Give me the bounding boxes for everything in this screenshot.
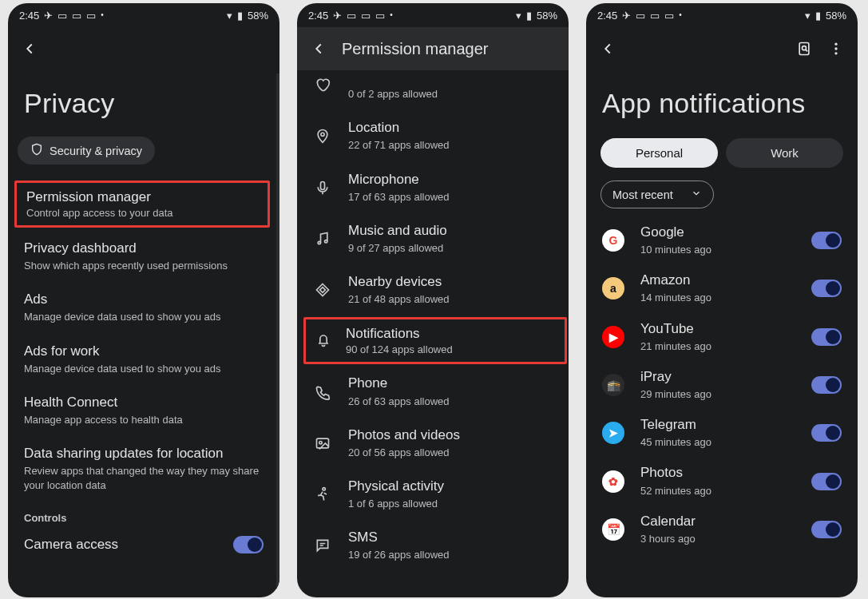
battery-icon: ▮ — [526, 10, 532, 22]
back-icon[interactable] — [21, 40, 38, 58]
app-name: Telegram — [640, 416, 795, 434]
pin-icon — [313, 126, 332, 145]
youtube-status-icon-3: ▭ — [664, 10, 674, 22]
item-title: Nearby devices — [348, 273, 553, 291]
item-title: Microphone — [348, 171, 553, 188]
app-amazon[interactable]: aAmazon14 minutes ago — [586, 264, 858, 312]
item-music-and-audio[interactable]: Music and audio9 of 27 apps allowed — [297, 213, 569, 264]
svg-point-6 — [323, 488, 325, 490]
item-subtitle: 26 of 63 apps allowed — [348, 395, 553, 409]
item-title: Phone — [348, 375, 553, 392]
breadcrumb-chip[interactable]: Security & privacy — [18, 137, 155, 165]
item-subtitle: 1 of 6 apps allowed — [348, 497, 553, 511]
more-vert-icon[interactable] — [827, 40, 845, 58]
notification-toggle[interactable] — [811, 521, 842, 538]
item-phone[interactable]: Phone26 of 63 apps allowed — [297, 366, 569, 417]
youtube-status-icon-2: ▭ — [361, 10, 371, 22]
screen-app-notifications: 2:45 ✈ ▭ ▭ ▭ • ▾ ▮ 58% App notifications… — [586, 3, 858, 597]
item-nearby-devices[interactable]: Nearby devices21 of 48 apps allowed — [297, 264, 569, 315]
heart-icon — [313, 75, 332, 94]
svg-point-0 — [321, 133, 324, 137]
item-ads[interactable]: Ads Manage device data used to show you … — [8, 282, 279, 333]
status-time: 2:45 — [19, 10, 39, 22]
app-ipray[interactable]: 🕋iPray29 minutes ago — [586, 361, 858, 409]
tab-personal[interactable]: Personal — [600, 138, 718, 168]
screen-permission-manager: 2:45 ✈ ▭ ▭ ▭ • ▾ ▮ 58% Permission manage… — [297, 3, 569, 597]
svg-rect-1 — [321, 181, 325, 189]
item-notifications[interactable]: Notifications90 of 124 apps allowed — [303, 317, 567, 364]
back-icon[interactable] — [599, 40, 616, 58]
battery-percent: 58% — [826, 10, 846, 22]
item-microphone[interactable]: Microphone17 of 63 apps allowed — [297, 162, 569, 213]
item-subtitle: Show which apps recently used permission… — [24, 259, 264, 273]
item-ads-work[interactable]: Ads for work Manage device data used to … — [8, 334, 279, 385]
notification-toggle[interactable] — [811, 376, 842, 394]
item-title: Music and audio — [348, 222, 553, 240]
nearby-icon — [313, 280, 332, 300]
bell-icon — [315, 331, 331, 351]
filter-dropdown[interactable]: Most recent — [600, 180, 714, 208]
telegram-status-icon: ✈ — [333, 10, 342, 22]
item-sms[interactable]: SMS19 of 26 apps allowed — [297, 520, 569, 571]
status-time: 2:45 — [308, 10, 328, 22]
filter-label: Most recent — [612, 188, 673, 201]
item-title: SMS — [348, 529, 553, 546]
item-title: Privacy dashboard — [24, 240, 264, 257]
wifi-icon: ▾ — [516, 10, 521, 22]
camera-toggle[interactable] — [233, 536, 264, 553]
back-icon[interactable] — [310, 40, 327, 58]
app-name: Google — [640, 224, 795, 241]
youtube-status-icon-2: ▭ — [72, 10, 81, 22]
scrollbar[interactable] — [276, 73, 279, 597]
item-permission-manager[interactable]: Permission manager Control app access to… — [14, 180, 270, 228]
item-photos-and-videos[interactable]: Photos and videos20 of 56 apps allowed — [297, 418, 569, 469]
wifi-icon: ▾ — [805, 10, 811, 22]
notification-toggle[interactable] — [811, 280, 842, 297]
more-dot-icon: • — [390, 11, 393, 19]
svg-point-3 — [325, 240, 327, 243]
app-telegram[interactable]: ➤Telegram45 minutes ago — [586, 409, 858, 457]
search-in-page-icon[interactable] — [795, 40, 813, 58]
item-physical-activity[interactable]: Physical activity1 of 6 apps allowed — [297, 469, 569, 520]
item-subtitle: 17 of 63 apps allowed — [348, 190, 553, 204]
tab-work[interactable]: Work — [726, 138, 843, 168]
item-privacy-dashboard[interactable]: Privacy dashboard Show which apps recent… — [8, 231, 279, 282]
item-subtitle: 19 of 26 apps allowed — [348, 548, 553, 562]
item-camera-access[interactable]: Camera access — [8, 527, 279, 562]
svg-point-5 — [319, 441, 322, 443]
telegram-status-icon: ✈ — [622, 10, 631, 22]
battery-percent: 58% — [537, 10, 557, 22]
app-subtitle: 14 minutes ago — [640, 291, 795, 305]
chevron-down-icon — [691, 188, 702, 201]
sms-icon — [313, 536, 332, 555]
app-youtube[interactable]: ▶YouTube21 minutes ago — [586, 313, 858, 361]
app-subtitle: 10 minutes ago — [640, 243, 795, 257]
app-calendar[interactable]: 📅Calendar3 hours ago — [586, 506, 858, 553]
notification-toggle[interactable] — [811, 232, 842, 249]
item-subtitle: Manage device data used to show you ads — [24, 362, 264, 376]
screen-privacy: 2:45 ✈ ▭ ▭ ▭ • ▾ ▮ 58% Privacy Security … — [8, 3, 279, 597]
app-name: Calendar — [640, 513, 795, 530]
note-icon — [313, 229, 332, 248]
notification-toggle[interactable] — [811, 328, 842, 346]
notification-toggle[interactable] — [811, 473, 842, 490]
item-health-connect[interactable]: Health Connect Manage app access to heal… — [8, 385, 279, 436]
item-subtitle: Manage device data used to show you ads — [24, 310, 264, 324]
item-title: Ads — [24, 291, 264, 308]
app-subtitle: 3 hours ago — [640, 532, 795, 546]
item-data-sharing[interactable]: Data sharing updates for location Review… — [8, 436, 279, 502]
run-icon — [313, 485, 332, 504]
item-health-connect[interactable]: Health Connect0 of 2 apps allowed — [297, 59, 569, 110]
notification-toggle[interactable] — [811, 424, 842, 442]
app-subtitle: 45 minutes ago — [640, 435, 795, 450]
item-location[interactable]: Location22 of 71 apps allowed — [297, 110, 569, 161]
app-google[interactable]: GGoogle10 minutes ago — [586, 216, 858, 264]
item-title: Health Connect — [24, 394, 264, 411]
app-name: Photos — [640, 464, 795, 482]
shield-icon — [30, 143, 43, 158]
item-subtitle: 9 of 27 apps allowed — [348, 241, 553, 256]
app-photos[interactable]: ✿Photos52 minutes ago — [586, 457, 858, 505]
app-icon: 🕋 — [602, 374, 624, 396]
item-title: Ads for work — [24, 343, 264, 360]
youtube-status-icon-2: ▭ — [650, 10, 660, 22]
